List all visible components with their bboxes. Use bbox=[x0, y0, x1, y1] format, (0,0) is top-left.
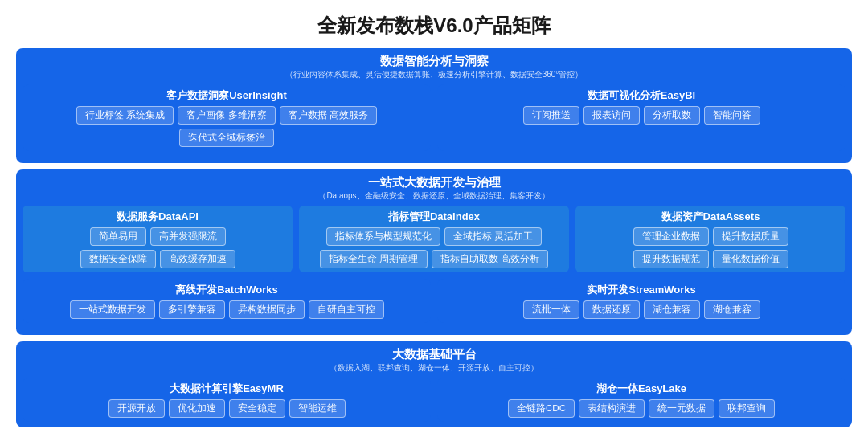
dataapi-tag-r1-0[interactable]: 简单易用 bbox=[90, 227, 146, 246]
batchworks-tag-2[interactable]: 异构数据同步 bbox=[229, 300, 305, 319]
easybi-tag-0[interactable]: 订阅推送 bbox=[523, 106, 579, 125]
easylake-tag-1[interactable]: 表结构演进 bbox=[579, 399, 645, 418]
easybi-tag-2[interactable]: 分析取数 bbox=[644, 106, 700, 125]
streamworks-box: 实时开发StreamWorks 流批一体 数据还原 湖仓兼容 湖仓兼容 bbox=[437, 279, 845, 323]
easybi-tag-3[interactable]: 智能问答 bbox=[704, 106, 760, 125]
easylake-box: 湖仓一体EasyLake 全链路CDC 表结构演进 统一元数据 联邦查询 bbox=[437, 378, 845, 422]
easymr-tag-1[interactable]: 优化加速 bbox=[169, 399, 225, 418]
dataindex-box: 指标管理DataIndex 指标体系与模型规范化 全域指标 灵活加工 指标全生命… bbox=[299, 206, 569, 272]
streamworks-tag-3[interactable]: 湖仓兼容 bbox=[704, 300, 760, 319]
streamworks-tag-0[interactable]: 流批一体 bbox=[523, 300, 579, 319]
easymr-easylake-row: 大数据计算引擎EasyMR 开源开放 优化加速 安全稳定 智能运维 湖仓一体Ea… bbox=[23, 378, 845, 422]
easymr-tag-3[interactable]: 智能运维 bbox=[289, 399, 346, 418]
easybi-title: 数据可视化分析EasyBI bbox=[444, 88, 839, 103]
batchworks-tag-1[interactable]: 多引擎兼容 bbox=[159, 300, 225, 319]
easybi-box: 数据可视化分析EasyBI 订阅推送 报表访问 分析取数 智能问答 bbox=[437, 84, 845, 151]
top-section: 数据智能分析与洞察 （行业内容体系集成、灵活便捷数据算账、极速分析引擎计算、数据… bbox=[16, 48, 852, 163]
easylake-tag-2[interactable]: 统一元数据 bbox=[649, 399, 714, 418]
easylake-tags: 全链路CDC 表结构演进 统一元数据 联邦查询 bbox=[444, 399, 839, 418]
batchworks-box: 离线开发BatchWorks 一站式数据开发 多引擎兼容 异构数据同步 自研自主… bbox=[23, 279, 431, 323]
streamworks-tag-2[interactable]: 湖仓兼容 bbox=[644, 300, 700, 319]
batchworks-tags: 一站式数据开发 多引擎兼容 异构数据同步 自研自主可控 bbox=[29, 300, 424, 319]
dataassets-title: 数据资产DataAssets bbox=[582, 210, 839, 224]
dataassets-tag-r1-1[interactable]: 提升数据质量 bbox=[713, 227, 788, 246]
userinsight-tag-2[interactable]: 客户数据 高效服务 bbox=[280, 106, 377, 125]
easylake-tag-3[interactable]: 联邦查询 bbox=[719, 399, 775, 418]
insight-easybi-row: 客户数据洞察UserInsight 行业标签 系统集成 客户画像 多维洞察 客户… bbox=[23, 84, 845, 151]
mid-section-title: 一站式大数据开发与治理 bbox=[23, 175, 845, 190]
dataassets-tag-r2-0[interactable]: 提升数据规范 bbox=[633, 250, 709, 268]
batch-stream-row: 离线开发BatchWorks 一站式数据开发 多引擎兼容 异构数据同步 自研自主… bbox=[23, 279, 845, 323]
easylake-title: 湖仓一体EasyLake bbox=[444, 382, 839, 396]
easymr-box: 大数据计算引擎EasyMR 开源开放 优化加速 安全稳定 智能运维 bbox=[23, 378, 431, 422]
streamworks-tags: 流批一体 数据还原 湖仓兼容 湖仓兼容 bbox=[444, 300, 839, 319]
top-section-subtitle: （行业内容体系集成、灵活便捷数据算账、极速分析引擎计算、数据安全360°管控） bbox=[23, 69, 845, 80]
dataapi-tag-r2-0[interactable]: 数据安全保障 bbox=[80, 250, 156, 268]
userinsight-tag-3[interactable]: 迭代式全域标签治 bbox=[179, 129, 274, 147]
easymr-tag-0[interactable]: 开源开放 bbox=[108, 399, 165, 418]
dataindex-tag-r1-0[interactable]: 指标体系与模型规范化 bbox=[326, 227, 440, 246]
easymr-tag-2[interactable]: 安全稳定 bbox=[229, 399, 285, 418]
dataapi-box: 数据服务DataAPI 简单易用 高并发强限流 数据安全保障 高效缓存加速 bbox=[23, 206, 293, 272]
dataassets-tag-r1-0[interactable]: 管理企业数据 bbox=[633, 227, 709, 246]
mid-three-col: 数据服务DataAPI 简单易用 高并发强限流 数据安全保障 高效缓存加速 指标… bbox=[23, 206, 845, 272]
dataapi-tags: 简单易用 高并发强限流 数据安全保障 高效缓存加速 bbox=[29, 227, 286, 268]
dataassets-tags: 管理企业数据 提升数据质量 提升数据规范 量化数据价值 bbox=[582, 227, 839, 268]
top-section-title: 数据智能分析与洞察 bbox=[23, 54, 845, 69]
easybi-tags: 订阅推送 报表访问 分析取数 智能问答 bbox=[444, 106, 839, 125]
page-title: 全新发布数栈V6.0产品矩阵 bbox=[16, 13, 852, 39]
dataapi-title: 数据服务DataAPI bbox=[29, 210, 286, 224]
dataindex-tag-r1-1[interactable]: 全域指标 灵活加工 bbox=[444, 227, 542, 246]
easymr-tags: 开源开放 优化加速 安全稳定 智能运维 bbox=[29, 399, 424, 418]
dataindex-tag-r2-1[interactable]: 指标自助取数 高效分析 bbox=[432, 250, 548, 268]
userinsight-tag-1[interactable]: 客户画像 多维洞察 bbox=[178, 106, 275, 125]
dataindex-tags: 指标体系与模型规范化 全域指标 灵活加工 指标全生命 周期管理 指标自助取数 高… bbox=[305, 227, 563, 268]
mid-section: 一站式大数据开发与治理 （Dataops、金融级安全、数据还原、全域数据治理、集… bbox=[16, 169, 852, 335]
main-container: 全新发布数栈V6.0产品矩阵 数据智能分析与洞察 （行业内容体系集成、灵活便捷数… bbox=[0, 0, 868, 437]
dataassets-tag-r2-1[interactable]: 量化数据价值 bbox=[713, 250, 788, 268]
bottom-section: 大数据基础平台 （数据入湖、联邦查询、湖仓一体、开源开放、自主可控） 大数据计算… bbox=[16, 341, 852, 427]
batchworks-tag-0[interactable]: 一站式数据开发 bbox=[70, 300, 155, 319]
userinsight-tags: 行业标签 系统集成 客户画像 多维洞察 客户数据 高效服务 迭代式全域标签治 bbox=[29, 106, 424, 147]
dataassets-box: 数据资产DataAssets 管理企业数据 提升数据质量 提升数据规范 量化数据… bbox=[575, 206, 845, 272]
easymr-title: 大数据计算引擎EasyMR bbox=[29, 382, 424, 396]
batchworks-title: 离线开发BatchWorks bbox=[29, 283, 424, 297]
bottom-section-subtitle: （数据入湖、联邦查询、湖仓一体、开源开放、自主可控） bbox=[23, 362, 845, 374]
userinsight-box: 客户数据洞察UserInsight 行业标签 系统集成 客户画像 多维洞察 客户… bbox=[23, 84, 431, 151]
bottom-section-title: 大数据基础平台 bbox=[23, 347, 845, 362]
dataapi-tag-r2-1[interactable]: 高效缓存加速 bbox=[160, 250, 235, 268]
userinsight-title: 客户数据洞察UserInsight bbox=[29, 88, 424, 103]
batchworks-tag-3[interactable]: 自研自主可控 bbox=[309, 300, 384, 319]
streamworks-title: 实时开发StreamWorks bbox=[444, 283, 839, 297]
streamworks-tag-1[interactable]: 数据还原 bbox=[583, 300, 640, 319]
dataapi-tag-r1-1[interactable]: 高并发强限流 bbox=[150, 227, 226, 246]
dataindex-tag-r2-0[interactable]: 指标全生命 周期管理 bbox=[320, 250, 427, 268]
mid-section-subtitle: （Dataops、金融级安全、数据还原、全域数据治理、集客开发） bbox=[23, 190, 845, 202]
userinsight-tag-0[interactable]: 行业标签 系统集成 bbox=[76, 106, 174, 125]
dataindex-title: 指标管理DataIndex bbox=[305, 210, 563, 224]
easylake-tag-0[interactable]: 全链路CDC bbox=[508, 399, 575, 418]
easybi-tag-1[interactable]: 报表访问 bbox=[583, 106, 640, 125]
